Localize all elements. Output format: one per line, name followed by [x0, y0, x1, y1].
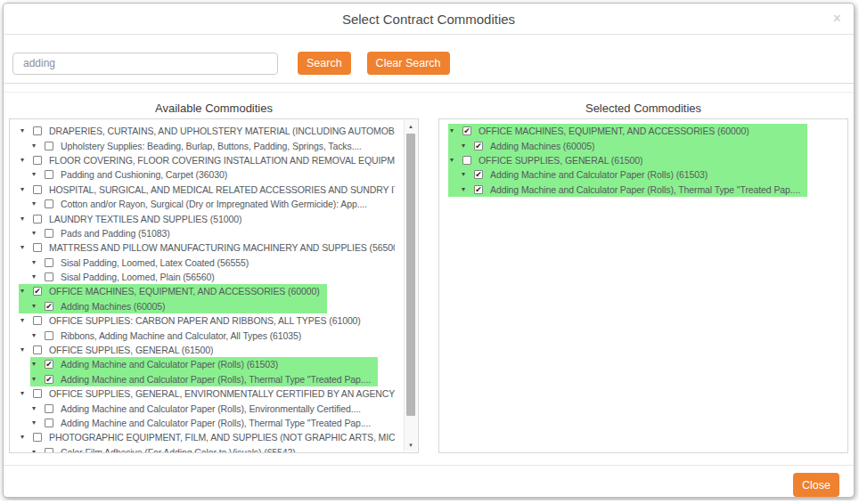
- checkbox-checked[interactable]: ✔: [45, 360, 53, 369]
- checkbox-unchecked[interactable]: [45, 419, 53, 427]
- checkbox-checked[interactable]: ✔: [474, 170, 483, 179]
- tree-item[interactable]: ▾✔Adding Machine and Calculator Paper (R…: [448, 183, 807, 197]
- tree-item[interactable]: ▾Adding Machine and Calculator Paper (Ro…: [19, 416, 402, 430]
- tree-item[interactable]: ▾MATTRESS AND PILLOW MANUFACTURING MACHI…: [19, 240, 402, 255]
- checkbox-unchecked[interactable]: [33, 433, 42, 442]
- expand-caret-icon[interactable]: ▾: [462, 142, 469, 150]
- expand-caret-icon[interactable]: ▾: [462, 186, 469, 193]
- expand-caret-icon[interactable]: ▾: [32, 303, 39, 310]
- expand-caret-icon[interactable]: ▾: [32, 142, 39, 150]
- checkbox-unchecked[interactable]: [45, 258, 53, 267]
- expand-caret-icon[interactable]: ▾: [450, 157, 457, 164]
- scroll-up-icon[interactable]: ▲: [405, 120, 417, 133]
- checkbox-unchecked[interactable]: [33, 345, 42, 354]
- tree-item[interactable]: ▾Padding and Cushioning, Carpet (36030): [19, 167, 402, 182]
- tree-item-label: Ribbons, Adding Machine and Calculator, …: [61, 330, 301, 341]
- checkbox-checked[interactable]: ✔: [474, 142, 483, 150]
- scroll-down-icon[interactable]: ▼: [405, 439, 417, 451]
- close-button[interactable]: Close: [793, 473, 839, 497]
- expand-caret-icon[interactable]: ▾: [20, 390, 28, 397]
- search-section: Search Clear Search: [4, 35, 854, 83]
- tree-item[interactable]: ▾✔OFFICE MACHINES, EQUIPMENT, AND ACCESS…: [19, 284, 327, 298]
- tree-item[interactable]: ▾Ribbons, Adding Machine and Calculator,…: [19, 328, 402, 342]
- checkbox-unchecked[interactable]: [45, 448, 53, 453]
- expand-caret-icon[interactable]: ▾: [32, 405, 39, 412]
- checkbox-checked[interactable]: ✔: [33, 287, 42, 296]
- expand-caret-icon[interactable]: ▾: [32, 449, 39, 453]
- expand-caret-icon[interactable]: ▾: [20, 244, 28, 251]
- expand-caret-icon[interactable]: ▾: [32, 230, 39, 237]
- expand-caret-icon[interactable]: ▾: [32, 259, 39, 266]
- tree-item[interactable]: ▾Color Film Adhesive (For Adding Color t…: [19, 445, 402, 453]
- tree-item[interactable]: ▾Sisal Padding, Loomed, Latex Coated (56…: [19, 256, 402, 270]
- clear-search-button[interactable]: Clear Search: [367, 52, 450, 75]
- tree-item[interactable]: ▾Cotton and/or Rayon, Surgical (Dry or I…: [19, 197, 402, 211]
- close-icon[interactable]: ×: [833, 4, 841, 33]
- checkbox-checked[interactable]: ✔: [45, 375, 53, 384]
- checkbox-unchecked[interactable]: [33, 156, 42, 165]
- tree-item[interactable]: ▾Pads and Padding (51083): [19, 226, 402, 240]
- tree-item[interactable]: ▾FLOOR COVERING, FLOOR COVERING INSTALLA…: [19, 153, 402, 167]
- tree-item[interactable]: ▾OFFICE SUPPLIES: CARBON PAPER AND RIBBO…: [19, 313, 402, 328]
- checkbox-unchecked[interactable]: [45, 331, 53, 340]
- expand-caret-icon[interactable]: ▾: [20, 157, 28, 164]
- selected-commodities-tree[interactable]: ▾✔OFFICE MACHINES, EQUIPMENT, AND ACCESS…: [438, 118, 848, 453]
- expand-caret-icon[interactable]: ▾: [32, 200, 39, 207]
- tree-item[interactable]: ▾Adding Machine and Calculator Paper (Ro…: [19, 401, 402, 415]
- tree-item[interactable]: ▾HOSPITAL, SURGICAL, AND MEDICAL RELATED…: [19, 183, 402, 197]
- checkbox-unchecked[interactable]: [33, 316, 42, 325]
- tree-item[interactable]: ▾OFFICE SUPPLIES, GENERAL (61500): [19, 343, 402, 357]
- tree-item[interactable]: ▾OFFICE SUPPLIES, GENERAL (61500): [448, 153, 807, 167]
- expand-caret-icon[interactable]: ▾: [32, 419, 39, 427]
- expand-caret-icon[interactable]: ▾: [20, 288, 28, 295]
- checkbox-unchecked[interactable]: [45, 404, 53, 413]
- checkbox-checked[interactable]: ✔: [462, 126, 471, 135]
- expand-caret-icon[interactable]: ▾: [20, 215, 28, 223]
- expand-caret-icon[interactable]: ▾: [32, 273, 39, 280]
- expand-caret-icon[interactable]: ▾: [20, 127, 28, 134]
- checkbox-unchecked[interactable]: [33, 215, 42, 224]
- tree-item[interactable]: ▾✔Adding Machine and Calculator Paper (R…: [30, 357, 378, 371]
- tree-item-label: FLOOR COVERING, FLOOR COVERING INSTALLAT…: [49, 155, 395, 166]
- tree-item[interactable]: ▾✔OFFICE MACHINES, EQUIPMENT, AND ACCESS…: [448, 124, 807, 138]
- expand-caret-icon[interactable]: ▾: [20, 186, 28, 193]
- tree-item[interactable]: ▾DRAPERIES, CURTAINS, AND UPHOLSTERY MAT…: [19, 124, 402, 138]
- expand-caret-icon[interactable]: ▾: [32, 332, 39, 339]
- expand-caret-icon[interactable]: ▾: [20, 317, 28, 324]
- expand-caret-icon[interactable]: ▾: [462, 171, 469, 178]
- checkbox-unchecked[interactable]: [462, 156, 471, 165]
- tree-item[interactable]: ▾PHOTOGRAPHIC EQUIPMENT, FILM, AND SUPPL…: [19, 430, 402, 444]
- expand-caret-icon[interactable]: ▾: [32, 361, 39, 368]
- checkbox-unchecked[interactable]: [33, 389, 42, 398]
- expand-caret-icon[interactable]: ▾: [20, 434, 28, 441]
- checkbox-unchecked[interactable]: [45, 229, 53, 238]
- tree-item[interactable]: ▾✔Adding Machines (60005): [448, 138, 807, 152]
- scrollbar-thumb[interactable]: [406, 134, 415, 416]
- tree-item-label: OFFICE SUPPLIES, GENERAL, ENVIRONMENTALL…: [49, 388, 395, 399]
- tree-item[interactable]: ▾✔Adding Machine and Calculator Paper (R…: [30, 372, 378, 386]
- tree-item[interactable]: ▾✔Adding Machines (60005): [19, 299, 327, 313]
- expand-caret-icon[interactable]: ▾: [32, 171, 39, 178]
- checkbox-unchecked[interactable]: [45, 199, 53, 208]
- tree-item[interactable]: ▾Upholstery Supplies: Beading, Burlap, B…: [19, 138, 402, 152]
- checkbox-unchecked[interactable]: [45, 170, 53, 179]
- checkbox-unchecked[interactable]: [45, 142, 53, 150]
- tree-item[interactable]: ▾LAUNDRY TEXTILES AND SUPPLIES (51000): [19, 211, 402, 225]
- available-commodities-tree[interactable]: ▲ ▼ ▾DRAPERIES, CURTAINS, AND UPHOLSTERY…: [9, 118, 419, 453]
- expand-caret-icon[interactable]: ▾: [20, 346, 28, 354]
- checkbox-checked[interactable]: ✔: [45, 302, 53, 311]
- tree-item-label: Cotton and/or Rayon, Surgical (Dry or Im…: [61, 199, 367, 209]
- expand-caret-icon[interactable]: ▾: [32, 376, 39, 383]
- search-input[interactable]: [12, 53, 278, 75]
- checkbox-unchecked[interactable]: [33, 126, 42, 135]
- checkbox-unchecked[interactable]: [33, 243, 42, 252]
- expand-caret-icon[interactable]: ▾: [450, 127, 457, 134]
- checkbox-checked[interactable]: ✔: [474, 185, 483, 194]
- tree-item[interactable]: ▾OFFICE SUPPLIES, GENERAL, ENVIRONMENTAL…: [19, 386, 402, 401]
- checkbox-unchecked[interactable]: [33, 185, 42, 194]
- tree-item[interactable]: ▾✔Adding Machine and Calculator Paper (R…: [448, 167, 807, 182]
- search-button[interactable]: Search: [298, 52, 351, 75]
- scrollbar[interactable]: ▲ ▼: [404, 120, 417, 451]
- tree-item[interactable]: ▾Sisal Padding, Loomed, Plain (56560): [19, 270, 402, 284]
- checkbox-unchecked[interactable]: [45, 272, 53, 281]
